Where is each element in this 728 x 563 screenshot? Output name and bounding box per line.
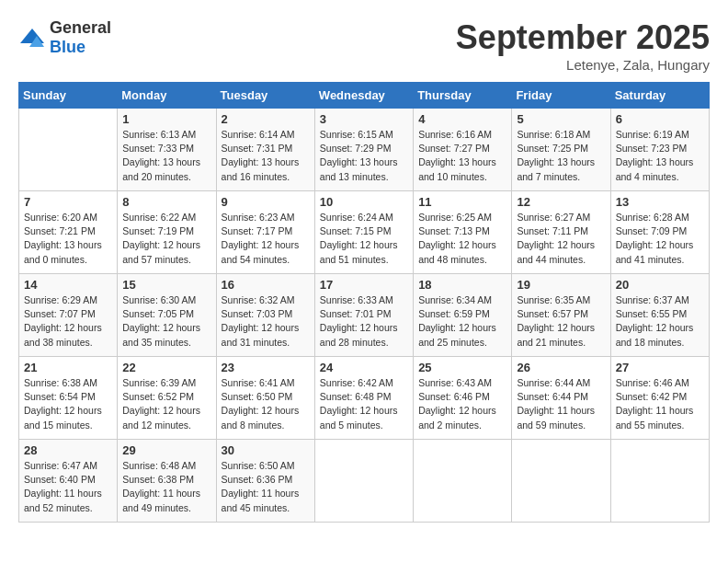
weekday-sunday: Sunday xyxy=(19,83,118,109)
weekday-wednesday: Wednesday xyxy=(314,83,413,109)
day-info: Sunrise: 6:33 AM Sunset: 7:01 PM Dayligh… xyxy=(320,293,408,350)
day-info: Sunrise: 6:39 AM Sunset: 6:52 PM Dayligh… xyxy=(122,376,210,432)
title-area: September 2025 Letenye, Zala, Hungary xyxy=(456,18,710,73)
location: Letenye, Zala, Hungary xyxy=(456,57,710,73)
day-number: 15 xyxy=(122,278,210,292)
day-number: 11 xyxy=(418,195,506,209)
calendar-cell: 15Sunrise: 6:30 AM Sunset: 7:05 PM Dayli… xyxy=(118,274,216,357)
day-info: Sunrise: 6:14 AM Sunset: 7:31 PM Dayligh… xyxy=(222,128,310,184)
day-number: 22 xyxy=(122,361,210,374)
calendar-cell: 3Sunrise: 6:15 AM Sunset: 7:29 PM Daylig… xyxy=(314,109,413,191)
day-info: Sunrise: 6:13 AM Sunset: 7:33 PM Dayligh… xyxy=(122,128,210,184)
calendar-cell xyxy=(512,440,610,523)
day-number: 18 xyxy=(418,278,506,292)
day-number: 25 xyxy=(418,361,506,374)
day-info: Sunrise: 6:18 AM Sunset: 7:25 PM Dayligh… xyxy=(517,128,605,184)
day-number: 23 xyxy=(222,361,310,374)
calendar-cell: 2Sunrise: 6:14 AM Sunset: 7:31 PM Daylig… xyxy=(216,109,314,191)
calendar-cell: 9Sunrise: 6:23 AM Sunset: 7:17 PM Daylig… xyxy=(216,191,314,274)
week-row-1: 1Sunrise: 6:13 AM Sunset: 7:33 PM Daylig… xyxy=(19,109,710,191)
calendar-cell: 21Sunrise: 6:38 AM Sunset: 6:54 PM Dayli… xyxy=(19,357,118,440)
svg-marker-0 xyxy=(20,29,44,43)
calendar-cell xyxy=(19,109,118,191)
day-number: 30 xyxy=(222,443,310,457)
weekday-saturday: Saturday xyxy=(610,83,709,109)
day-number: 7 xyxy=(24,195,112,209)
calendar-cell: 6Sunrise: 6:19 AM Sunset: 7:23 PM Daylig… xyxy=(610,109,709,191)
day-number: 21 xyxy=(24,361,112,374)
day-info: Sunrise: 6:25 AM Sunset: 7:13 PM Dayligh… xyxy=(418,211,506,267)
day-number: 1 xyxy=(122,112,210,126)
calendar-cell: 29Sunrise: 6:48 AM Sunset: 6:38 PM Dayli… xyxy=(118,440,216,523)
calendar-cell xyxy=(314,440,413,523)
day-info: Sunrise: 6:44 AM Sunset: 6:44 PM Dayligh… xyxy=(517,376,605,432)
calendar-table: SundayMondayTuesdayWednesdayThursdayFrid… xyxy=(18,82,710,523)
calendar-cell: 1Sunrise: 6:13 AM Sunset: 7:33 PM Daylig… xyxy=(118,109,216,191)
logo-general: General xyxy=(50,18,111,37)
day-info: Sunrise: 6:37 AM Sunset: 6:55 PM Dayligh… xyxy=(616,293,704,350)
day-info: Sunrise: 6:50 AM Sunset: 6:36 PM Dayligh… xyxy=(222,459,310,515)
calendar-cell: 23Sunrise: 6:41 AM Sunset: 6:50 PM Dayli… xyxy=(216,357,314,440)
day-number: 3 xyxy=(320,112,408,126)
day-info: Sunrise: 6:34 AM Sunset: 6:59 PM Dayligh… xyxy=(418,293,506,350)
calendar-cell: 12Sunrise: 6:27 AM Sunset: 7:11 PM Dayli… xyxy=(512,191,610,274)
calendar-body: 1Sunrise: 6:13 AM Sunset: 7:33 PM Daylig… xyxy=(19,109,710,523)
weekday-thursday: Thursday xyxy=(414,83,512,109)
day-number: 4 xyxy=(418,112,506,126)
day-number: 27 xyxy=(616,361,704,374)
calendar-cell: 17Sunrise: 6:33 AM Sunset: 7:01 PM Dayli… xyxy=(314,274,413,357)
calendar-cell: 22Sunrise: 6:39 AM Sunset: 6:52 PM Dayli… xyxy=(118,357,216,440)
day-info: Sunrise: 6:22 AM Sunset: 7:19 PM Dayligh… xyxy=(122,211,210,267)
day-info: Sunrise: 6:19 AM Sunset: 7:23 PM Dayligh… xyxy=(616,128,704,184)
week-row-4: 21Sunrise: 6:38 AM Sunset: 6:54 PM Dayli… xyxy=(19,357,710,440)
calendar-cell: 19Sunrise: 6:35 AM Sunset: 6:57 PM Dayli… xyxy=(512,274,610,357)
calendar-cell: 8Sunrise: 6:22 AM Sunset: 7:19 PM Daylig… xyxy=(118,191,216,274)
day-info: Sunrise: 6:20 AM Sunset: 7:21 PM Dayligh… xyxy=(24,211,112,267)
week-row-3: 14Sunrise: 6:29 AM Sunset: 7:07 PM Dayli… xyxy=(19,274,710,357)
calendar-cell: 26Sunrise: 6:44 AM Sunset: 6:44 PM Dayli… xyxy=(512,357,610,440)
day-info: Sunrise: 6:30 AM Sunset: 7:05 PM Dayligh… xyxy=(122,293,210,350)
calendar-cell: 7Sunrise: 6:20 AM Sunset: 7:21 PM Daylig… xyxy=(19,191,118,274)
weekday-friday: Friday xyxy=(512,83,610,109)
day-info: Sunrise: 6:29 AM Sunset: 7:07 PM Dayligh… xyxy=(24,293,112,350)
logo-blue: Blue xyxy=(50,38,85,56)
day-info: Sunrise: 6:24 AM Sunset: 7:15 PM Dayligh… xyxy=(320,211,408,267)
day-info: Sunrise: 6:27 AM Sunset: 7:11 PM Dayligh… xyxy=(517,211,605,267)
calendar-cell: 4Sunrise: 6:16 AM Sunset: 7:27 PM Daylig… xyxy=(414,109,512,191)
weekday-header-row: SundayMondayTuesdayWednesdayThursdayFrid… xyxy=(19,83,710,109)
calendar-cell: 25Sunrise: 6:43 AM Sunset: 6:46 PM Dayli… xyxy=(414,357,512,440)
day-number: 16 xyxy=(222,278,310,292)
day-info: Sunrise: 6:38 AM Sunset: 6:54 PM Dayligh… xyxy=(24,376,112,432)
day-info: Sunrise: 6:48 AM Sunset: 6:38 PM Dayligh… xyxy=(122,459,210,515)
day-number: 5 xyxy=(517,112,605,126)
day-info: Sunrise: 6:28 AM Sunset: 7:09 PM Dayligh… xyxy=(616,211,704,267)
day-number: 17 xyxy=(320,278,408,292)
day-number: 10 xyxy=(320,195,408,209)
day-info: Sunrise: 6:15 AM Sunset: 7:29 PM Dayligh… xyxy=(320,128,408,184)
header: General Blue September 2025 Letenye, Zal… xyxy=(18,18,710,73)
logo-icon xyxy=(18,27,46,49)
calendar-cell: 14Sunrise: 6:29 AM Sunset: 7:07 PM Dayli… xyxy=(19,274,118,357)
calendar-cell: 20Sunrise: 6:37 AM Sunset: 6:55 PM Dayli… xyxy=(610,274,709,357)
calendar-cell: 11Sunrise: 6:25 AM Sunset: 7:13 PM Dayli… xyxy=(414,191,512,274)
calendar-cell: 30Sunrise: 6:50 AM Sunset: 6:36 PM Dayli… xyxy=(216,440,314,523)
weekday-monday: Monday xyxy=(118,83,216,109)
day-info: Sunrise: 6:16 AM Sunset: 7:27 PM Dayligh… xyxy=(418,128,506,184)
day-number: 14 xyxy=(24,278,112,292)
day-number: 2 xyxy=(222,112,310,126)
calendar-cell: 28Sunrise: 6:47 AM Sunset: 6:40 PM Dayli… xyxy=(19,440,118,523)
calendar-cell: 18Sunrise: 6:34 AM Sunset: 6:59 PM Dayli… xyxy=(414,274,512,357)
week-row-5: 28Sunrise: 6:47 AM Sunset: 6:40 PM Dayli… xyxy=(19,440,710,523)
day-info: Sunrise: 6:46 AM Sunset: 6:42 PM Dayligh… xyxy=(616,376,704,432)
weekday-tuesday: Tuesday xyxy=(216,83,314,109)
calendar-cell: 27Sunrise: 6:46 AM Sunset: 6:42 PM Dayli… xyxy=(610,357,709,440)
calendar-cell: 16Sunrise: 6:32 AM Sunset: 7:03 PM Dayli… xyxy=(216,274,314,357)
day-number: 28 xyxy=(24,443,112,457)
calendar-header: SundayMondayTuesdayWednesdayThursdayFrid… xyxy=(19,83,710,109)
calendar-cell: 10Sunrise: 6:24 AM Sunset: 7:15 PM Dayli… xyxy=(314,191,413,274)
day-number: 12 xyxy=(517,195,605,209)
calendar-cell xyxy=(414,440,512,523)
day-number: 20 xyxy=(616,278,704,292)
day-number: 6 xyxy=(616,112,704,126)
day-info: Sunrise: 6:42 AM Sunset: 6:48 PM Dayligh… xyxy=(320,376,408,432)
